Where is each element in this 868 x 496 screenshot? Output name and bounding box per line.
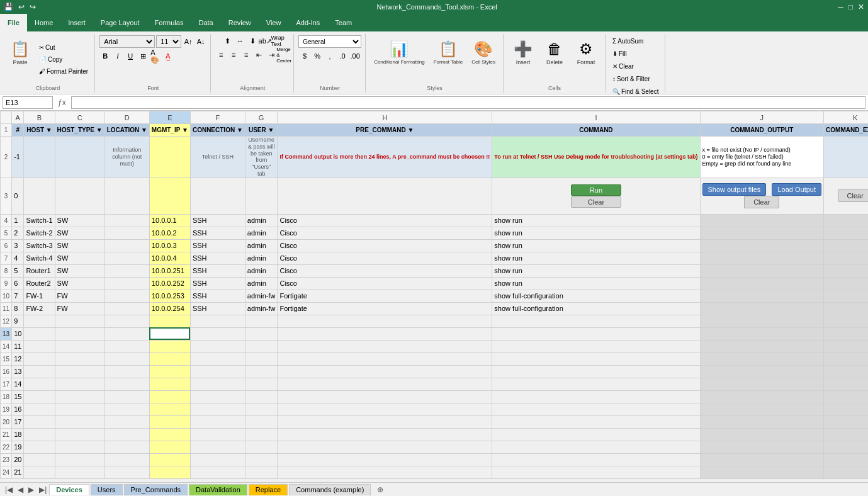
- cell-2H[interactable]: If Command output is more then 24 lines,…: [278, 137, 492, 178]
- percent-button[interactable]: %: [312, 50, 323, 62]
- clear-button[interactable]: ✕ Clear: [610, 60, 636, 72]
- cell-1B[interactable]: HOST ▼: [24, 124, 55, 137]
- tab-team[interactable]: Team: [327, 14, 359, 31]
- border-button[interactable]: ⊞: [137, 50, 149, 62]
- align-right-button[interactable]: ≡: [240, 49, 252, 60]
- decrease-decimal-button[interactable]: .0: [337, 50, 348, 62]
- font-name-select[interactable]: Arial: [99, 35, 155, 48]
- col-header-K[interactable]: K: [824, 111, 868, 124]
- cell-3C[interactable]: [55, 178, 104, 214]
- wrap-text-button[interactable]: Wrap Text: [272, 35, 283, 47]
- merge-center-button[interactable]: Merge & Center: [278, 49, 290, 60]
- col-header-C[interactable]: C: [55, 111, 104, 124]
- restore-icon[interactable]: □: [847, 3, 854, 11]
- sheet-tab-datavalidation[interactable]: DataValidation: [189, 484, 247, 495]
- run-button[interactable]: Run: [571, 184, 621, 196]
- tab-view[interactable]: View: [259, 14, 289, 31]
- load-output-button[interactable]: Load Output: [772, 183, 821, 196]
- italic-button[interactable]: I: [112, 50, 123, 62]
- fill-button[interactable]: ⬇ Fill: [610, 48, 629, 59]
- cell-2D[interactable]: Information column (not must): [104, 137, 149, 178]
- cell-3E[interactable]: [149, 178, 190, 214]
- increase-decimal-button[interactable]: .00: [349, 50, 361, 62]
- insert-cells-button[interactable]: ➕ Insert: [508, 38, 538, 82]
- cell-3A[interactable]: 0: [12, 178, 24, 214]
- minimize-icon[interactable]: ─: [837, 3, 845, 11]
- cell-2G[interactable]: Username & pass will be taken from "User…: [245, 137, 278, 178]
- font-color-button[interactable]: A̲: [162, 50, 174, 62]
- cell-1E[interactable]: MGMT_IP ▼: [149, 124, 190, 137]
- grid-scroll-area[interactable]: A B C D E F G H I J K 1 # HOS: [0, 111, 868, 482]
- conditional-formatting-button[interactable]: 📊 Conditional Formatting: [370, 38, 428, 82]
- cell-2K[interactable]: [824, 137, 868, 178]
- col-header-J[interactable]: J: [700, 111, 824, 124]
- clear-button-i[interactable]: Clear: [571, 196, 621, 208]
- sheet-tab-pre-commands[interactable]: Pre_Commands: [124, 484, 188, 495]
- delete-cells-button[interactable]: 🗑 Delete: [539, 38, 570, 82]
- cell-3F[interactable]: [190, 178, 245, 214]
- copy-button[interactable]: 📄 Copy: [37, 54, 91, 65]
- col-header-F[interactable]: F: [190, 111, 245, 124]
- tab-review[interactable]: Review: [221, 14, 259, 31]
- col-header-B[interactable]: B: [24, 111, 55, 124]
- tab-file[interactable]: File: [0, 14, 27, 31]
- cut-button[interactable]: ✂ Cut: [37, 42, 91, 54]
- format-table-button[interactable]: 📋 Format Table: [430, 38, 467, 82]
- undo-icon[interactable]: ↩: [17, 3, 26, 11]
- format-painter-button[interactable]: 🖌 Format Painter: [37, 66, 91, 77]
- align-center-button[interactable]: ≡: [228, 49, 239, 60]
- comma-button[interactable]: ,: [324, 50, 335, 62]
- increase-font-button[interactable]: A↑: [183, 36, 194, 47]
- bold-button[interactable]: B: [99, 50, 111, 62]
- sheet-tab-replace[interactable]: Replace: [249, 484, 288, 495]
- sheet-tab-commands-example[interactable]: Commands (example): [289, 484, 371, 495]
- align-left-button[interactable]: ≡: [215, 49, 227, 60]
- cell-3H[interactable]: [278, 178, 492, 214]
- sort-filter-button[interactable]: ↕ Sort & Filter: [610, 73, 653, 84]
- autosum-button[interactable]: Σ AutoSum: [610, 35, 646, 47]
- col-header-D[interactable]: D: [104, 111, 149, 124]
- tab-page-layout[interactable]: Page Layout: [93, 14, 147, 31]
- font-size-select[interactable]: 11: [156, 35, 181, 48]
- col-header-E[interactable]: E: [149, 111, 190, 124]
- cell-1F[interactable]: CONNECTION ▼: [190, 124, 245, 137]
- sheet-nav-first[interactable]: |◀: [3, 485, 15, 494]
- align-top-button[interactable]: ⬆: [222, 35, 233, 47]
- sheet-nav-last[interactable]: ▶|: [37, 485, 49, 494]
- format-cells-button[interactable]: ⚙ Format: [571, 38, 601, 82]
- sheet-tab-devices[interactable]: Devices: [49, 484, 89, 495]
- sheet-tab-users[interactable]: Users: [91, 484, 123, 495]
- tab-insert[interactable]: Insert: [60, 14, 93, 31]
- cell-1K[interactable]: COMMAND_EXECU: [824, 124, 868, 137]
- cell-1I[interactable]: COMMAND: [492, 124, 700, 137]
- cell-3G[interactable]: [245, 178, 278, 214]
- tab-formulas[interactable]: Formulas: [147, 14, 191, 31]
- cell-3B[interactable]: [24, 178, 55, 214]
- cell-1A[interactable]: #: [12, 124, 24, 137]
- formula-input[interactable]: [71, 96, 865, 109]
- cell-2A[interactable]: -1: [12, 137, 24, 178]
- underline-button[interactable]: U: [125, 50, 136, 62]
- cell-1C[interactable]: HOST_TYPE ▼: [55, 124, 104, 137]
- cell-1G[interactable]: USER ▼: [245, 124, 278, 137]
- tab-data[interactable]: Data: [191, 14, 220, 31]
- cell-2E[interactable]: [149, 137, 190, 178]
- cell-2J[interactable]: x = file not exist (No IP / command)0 = …: [700, 137, 824, 178]
- fill-color-button[interactable]: A🎨: [150, 50, 161, 62]
- col-header-A[interactable]: A: [12, 111, 24, 124]
- redo-icon[interactable]: ↪: [28, 3, 37, 11]
- cell-2F[interactable]: Telnet / SSH: [190, 137, 245, 178]
- cell-1J[interactable]: COMMAND_OUTPUT: [700, 124, 824, 137]
- cell-1H[interactable]: PRE_COMMAND ▼: [278, 124, 492, 137]
- clear-k-button[interactable]: Clear: [838, 189, 868, 202]
- align-middle-button[interactable]: ↔: [234, 35, 245, 47]
- clear-output-button[interactable]: Clear: [744, 196, 779, 208]
- sheet-nav-next[interactable]: ▶: [26, 485, 37, 494]
- col-header-H[interactable]: H: [278, 111, 492, 124]
- cell-2C[interactable]: [55, 137, 104, 178]
- increase-indent-button[interactable]: ⇥: [266, 49, 277, 60]
- col-header-I[interactable]: I: [492, 111, 700, 124]
- find-select-button[interactable]: 🔍 Find & Select: [610, 86, 661, 97]
- sheet-nav-prev[interactable]: ◀: [15, 485, 26, 494]
- currency-button[interactable]: $: [299, 50, 310, 62]
